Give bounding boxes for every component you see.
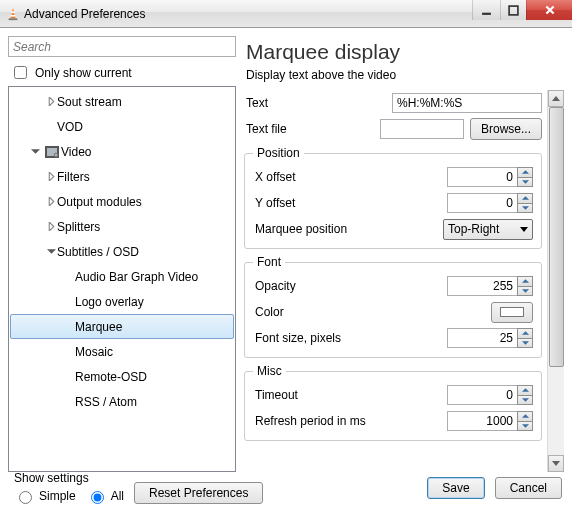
tree-item-rss-atom[interactable]: RSS / Atom [10, 389, 234, 414]
maximize-button[interactable] [500, 0, 526, 20]
spin-down-icon[interactable] [517, 338, 533, 349]
textfile-label: Text file [244, 122, 364, 136]
position-legend: Position [253, 146, 304, 160]
refresh-spinner[interactable] [447, 411, 533, 431]
marquee-position-value: Top-Right [448, 222, 499, 236]
fontsize-input[interactable] [447, 328, 517, 348]
fontsize-spinner[interactable] [447, 328, 533, 348]
opacity-input[interactable] [447, 276, 517, 296]
yoffset-input[interactable] [447, 193, 517, 213]
marquee-position-combobox[interactable]: Top-Right [443, 219, 533, 240]
chevron-down-icon [520, 227, 528, 232]
tree-item-output-modules[interactable]: Output modules [10, 189, 234, 214]
spin-down-icon[interactable] [517, 286, 533, 297]
timeout-spinner[interactable] [447, 385, 533, 405]
scroll-up-icon[interactable] [548, 90, 564, 107]
tree-item-subtitles-osd[interactable]: Subtitles / OSD [10, 239, 234, 264]
scroll-down-icon[interactable] [548, 455, 564, 472]
app-icon [6, 7, 20, 21]
color-button[interactable] [491, 302, 533, 323]
font-legend: Font [253, 255, 285, 269]
tree-item-mosaic[interactable]: Mosaic [10, 339, 234, 364]
tree-item-audio-bar-graph[interactable]: Audio Bar Graph Video [10, 264, 234, 289]
yoffset-label: Y offset [253, 196, 373, 210]
xoffset-input[interactable] [447, 167, 517, 187]
svg-rect-4 [482, 12, 491, 14]
fontsize-label: Font size, pixels [253, 331, 373, 345]
timeout-label: Timeout [253, 388, 373, 402]
tree-item-remote-osd[interactable]: Remote-OSD [10, 364, 234, 389]
search-input[interactable] [8, 36, 236, 57]
page-title: Marquee display [246, 40, 564, 64]
spin-down-icon[interactable] [517, 395, 533, 406]
spin-down-icon[interactable] [517, 177, 533, 188]
reset-preferences-button[interactable]: Reset Preferences [134, 482, 263, 504]
spin-up-icon[interactable] [517, 328, 533, 338]
chevron-right-icon [45, 222, 57, 231]
xoffset-label: X offset [253, 170, 373, 184]
font-group: Font Opacity [244, 255, 542, 358]
spin-up-icon[interactable] [517, 385, 533, 395]
minimize-button[interactable] [472, 0, 500, 20]
only-show-current-checkbox[interactable]: Only show current [10, 63, 236, 82]
tree-item-sout-stream[interactable]: Sout stream [10, 89, 234, 114]
scroll-thumb[interactable] [549, 107, 564, 367]
cancel-button[interactable]: Cancel [495, 477, 562, 499]
tree-item-video[interactable]: Video [10, 139, 234, 164]
spin-up-icon[interactable] [517, 167, 533, 177]
tree-item-marquee[interactable]: Marquee [10, 314, 234, 339]
tree-item-logo-overlay[interactable]: Logo overlay [10, 289, 234, 314]
page-subtitle: Display text above the video [246, 68, 564, 82]
refresh-input[interactable] [447, 411, 517, 431]
xoffset-spinner[interactable] [447, 167, 533, 187]
browse-button[interactable]: Browse... [470, 118, 542, 140]
window-titlebar: Advanced Preferences [0, 0, 572, 28]
refresh-label: Refresh period in ms [253, 414, 393, 428]
opacity-label: Opacity [253, 279, 373, 293]
preferences-tree[interactable]: Sout stream VOD Video Filters Output mod… [8, 86, 236, 472]
timeout-input[interactable] [447, 385, 517, 405]
spin-up-icon[interactable] [517, 193, 533, 203]
tree-item-splitters[interactable]: Splitters [10, 214, 234, 239]
spin-down-icon[interactable] [517, 203, 533, 214]
radio-all[interactable]: All [86, 488, 124, 504]
svg-point-9 [55, 154, 57, 156]
chevron-right-icon [45, 197, 57, 206]
misc-legend: Misc [253, 364, 286, 378]
chevron-right-icon [45, 172, 57, 181]
close-button[interactable] [526, 0, 572, 20]
save-button[interactable]: Save [427, 477, 484, 499]
spin-down-icon[interactable] [517, 421, 533, 432]
opacity-spinner[interactable] [447, 276, 533, 296]
text-input[interactable] [392, 93, 542, 113]
misc-group: Misc Timeout [244, 364, 542, 441]
position-group: Position X offset [244, 146, 542, 249]
marquee-position-label: Marquee position [253, 222, 373, 236]
svg-rect-1 [11, 11, 15, 13]
textfile-input[interactable] [380, 119, 464, 139]
svg-rect-3 [9, 18, 18, 20]
show-settings-label: Show settings [14, 471, 124, 485]
yoffset-spinner[interactable] [447, 193, 533, 213]
window-title: Advanced Preferences [24, 7, 145, 21]
color-label: Color [253, 305, 373, 319]
chevron-down-icon [29, 147, 41, 156]
only-show-current-input[interactable] [14, 66, 27, 79]
color-swatch [500, 307, 524, 317]
text-label: Text [244, 96, 364, 110]
tree-item-vod[interactable]: VOD [10, 114, 234, 139]
svg-rect-5 [509, 6, 518, 15]
panel-scrollbar[interactable] [547, 90, 564, 472]
chevron-right-icon [45, 97, 57, 106]
chevron-down-icon [45, 247, 57, 256]
spin-up-icon[interactable] [517, 276, 533, 286]
spin-up-icon[interactable] [517, 411, 533, 421]
tree-item-filters[interactable]: Filters [10, 164, 234, 189]
radio-simple[interactable]: Simple [14, 488, 76, 504]
video-icon [43, 146, 61, 158]
svg-rect-2 [11, 14, 16, 16]
only-show-current-label: Only show current [35, 66, 132, 80]
